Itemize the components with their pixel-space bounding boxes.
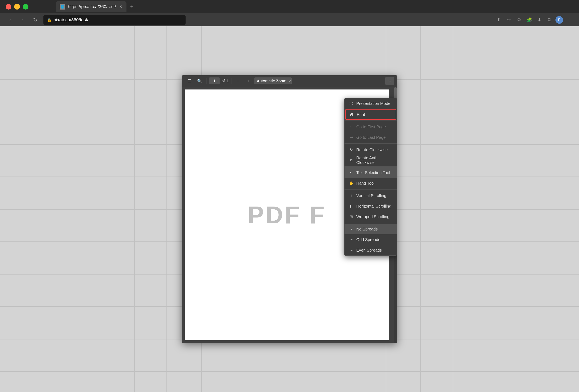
print-item[interactable]: 🖨 Print xyxy=(345,109,396,120)
download-icon[interactable]: ⬇ xyxy=(535,16,544,24)
no-spreads-label: No Spreads xyxy=(356,227,378,232)
even-spreads-icon: ▫▫ xyxy=(349,248,354,252)
sidebar-toggle-button[interactable]: ☰ xyxy=(185,77,194,85)
search-button[interactable]: 🔍 xyxy=(195,77,204,85)
puzzle-icon[interactable]: 🧩 xyxy=(525,16,533,24)
print-label: Print xyxy=(357,112,365,117)
wrapped-scroll-label: Wrapped Scrolling xyxy=(356,214,389,219)
rotate-cw-label: Rotate Clockwise xyxy=(356,147,388,152)
even-spreads-label: Even Spreads xyxy=(356,248,382,253)
address-bar[interactable]: 🔒 pixair.ca/360/test/ xyxy=(43,15,186,25)
dropdown-separator-3 xyxy=(345,166,397,167)
odd-spreads-icon: ▫▫ xyxy=(349,238,354,242)
forward-button[interactable]: › xyxy=(18,15,27,24)
text-selection-icon: ↖ xyxy=(349,170,354,175)
active-tab[interactable]: 🌐 https://pixair.ca/360/test/ ✕ xyxy=(56,1,127,12)
traffic-lights xyxy=(6,4,28,9)
vertical-scroll-icon: ⫶ xyxy=(349,194,354,198)
go-last-label: Go to Last Page xyxy=(356,135,386,140)
hand-tool-label: Hand Tool xyxy=(356,181,374,186)
rotate-cw-icon: ↻ xyxy=(349,147,354,152)
even-spreads-item[interactable]: ▫▫ Even Spreads xyxy=(345,245,397,256)
back-button[interactable]: ‹ xyxy=(6,15,15,24)
dropdown-separator-1 xyxy=(345,121,397,121)
maximize-window-button[interactable] xyxy=(23,4,28,9)
vertical-scroll-item[interactable]: ⫶ Vertical Scrolling xyxy=(345,190,397,201)
title-bar: 🌐 https://pixair.ca/360/test/ ✕ + xyxy=(0,0,579,13)
wrapped-scroll-item[interactable]: ⊞ Wrapped Scrolling xyxy=(345,211,397,222)
lock-icon: 🔒 xyxy=(47,18,52,22)
go-last-icon: ⇥ xyxy=(349,135,354,140)
print-icon: 🖨 xyxy=(349,112,354,117)
text-selection-item[interactable]: ↖ Text Selection Tool xyxy=(345,167,397,178)
go-first-page-item[interactable]: ⇤ Go to First Page xyxy=(345,122,397,132)
new-tab-button[interactable]: + xyxy=(127,2,136,11)
pdf-toolbar: ☰ 🔍 of 1 − + Automatic Zoom » xyxy=(182,75,397,87)
horizontal-scroll-item[interactable]: ⫼ Horizontal Scrolling xyxy=(345,201,397,211)
presentation-mode-item[interactable]: ⛶ Presentation Mode xyxy=(345,98,397,109)
horizontal-scroll-icon: ⫼ xyxy=(349,204,354,208)
no-spreads-item[interactable]: ▪ No Spreads xyxy=(345,224,397,234)
odd-spreads-item[interactable]: ▫▫ Odd Spreads xyxy=(345,234,397,245)
dropdown-separator-2 xyxy=(345,143,397,144)
odd-spreads-label: Odd Spreads xyxy=(356,237,380,242)
browser-chrome: 🌐 https://pixair.ca/360/test/ ✕ + ‹ › ↻ … xyxy=(0,0,579,26)
no-spreads-icon: ▪ xyxy=(349,227,354,231)
share-icon[interactable]: ⬆ xyxy=(495,16,503,24)
presentation-mode-label: Presentation Mode xyxy=(356,101,390,106)
go-first-icon: ⇤ xyxy=(349,125,354,129)
refresh-button[interactable]: ↻ xyxy=(31,15,40,24)
extensions-icon[interactable]: ⚙ xyxy=(515,16,523,24)
tab-title: https://pixair.ca/360/test/ xyxy=(68,4,116,9)
hand-tool-icon: ✋ xyxy=(349,181,354,186)
rotate-ccw-item[interactable]: ↺ Rotate Anti-Clockwise xyxy=(345,155,397,166)
browser-toolbar-right: ⬆ ☆ ⚙ 🧩 ⬇ ⧉ P ⋮ xyxy=(495,16,573,24)
close-window-button[interactable] xyxy=(6,4,11,9)
vertical-scroll-label: Vertical Scrolling xyxy=(356,193,386,198)
hand-tool-item[interactable]: ✋ Hand Tool xyxy=(345,178,397,189)
dropdown-separator-4 xyxy=(345,189,397,190)
go-first-label: Go to First Page xyxy=(356,125,386,129)
split-view-icon[interactable]: ⧉ xyxy=(545,16,554,24)
minimize-window-button[interactable] xyxy=(14,4,20,9)
pdf-content-area: PDF F ⛶ Presentation Mode 🖨 Print xyxy=(182,87,397,343)
more-tools-button[interactable]: » xyxy=(385,77,394,85)
go-last-page-item[interactable]: ⇥ Go to Last Page xyxy=(345,132,397,143)
zoom-select[interactable]: Automatic Zoom xyxy=(254,77,291,84)
pdf-tools-dropdown: ⛶ Presentation Mode 🖨 Print ⇤ Go to Firs… xyxy=(344,98,397,256)
tab-favicon: 🌐 xyxy=(60,4,65,9)
rotate-ccw-label: Rotate Anti-Clockwise xyxy=(356,156,392,165)
page-number-input[interactable] xyxy=(209,77,220,84)
rotate-ccw-icon: ↺ xyxy=(349,158,354,163)
page-navigation: of 1 xyxy=(209,77,229,84)
menu-icon[interactable]: ⋮ xyxy=(565,16,573,24)
zoom-in-button[interactable]: + xyxy=(244,77,253,85)
address-bar-row: ‹ › ↻ 🔒 pixair.ca/360/test/ ⬆ ☆ ⚙ 🧩 ⬇ ⧉ … xyxy=(0,13,579,26)
profile-avatar[interactable]: P xyxy=(555,16,563,24)
zoom-out-button[interactable]: − xyxy=(234,77,242,85)
toolbar-separator-2 xyxy=(231,78,231,84)
bookmark-icon[interactable]: ☆ xyxy=(505,16,513,24)
horizontal-scroll-label: Horizontal Scrolling xyxy=(356,204,391,209)
wrapped-scroll-icon: ⊞ xyxy=(349,214,354,219)
tab-close-button[interactable]: ✕ xyxy=(118,4,123,9)
url-text: pixair.ca/360/test/ xyxy=(54,17,88,22)
tab-bar: 🌐 https://pixair.ca/360/test/ ✕ + xyxy=(32,0,136,14)
rotate-cw-item[interactable]: ↻ Rotate Clockwise xyxy=(345,144,397,155)
presentation-mode-icon: ⛶ xyxy=(349,101,354,106)
page-total-label: 1 xyxy=(226,79,229,83)
toolbar-separator-1 xyxy=(206,78,207,84)
page-background: ☰ 🔍 of 1 − + Automatic Zoom » PDF F xyxy=(0,26,579,392)
text-selection-label: Text Selection Tool xyxy=(356,170,390,175)
page-separator-label: of xyxy=(221,79,225,83)
pdf-viewer: ☰ 🔍 of 1 − + Automatic Zoom » PDF F xyxy=(182,75,397,343)
pdf-page-text: PDF F xyxy=(248,201,326,229)
